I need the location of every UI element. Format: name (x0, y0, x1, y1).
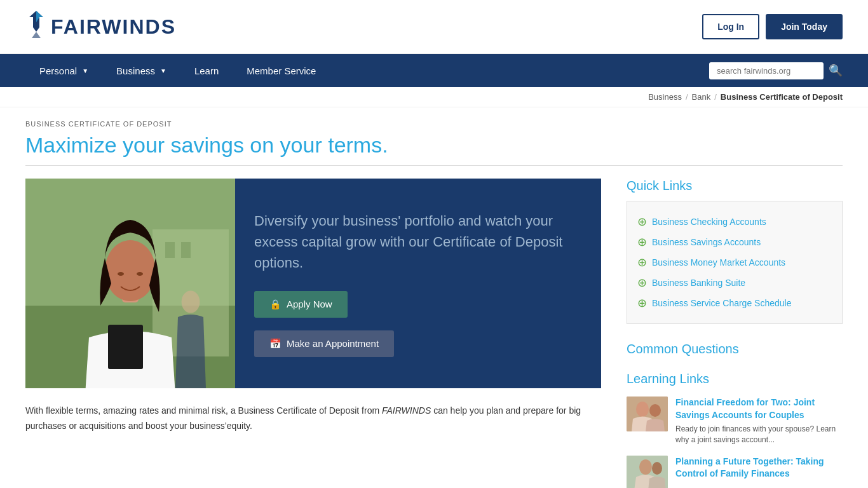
svg-point-11 (182, 290, 200, 313)
svg-rect-4 (181, 242, 191, 258)
search-icon: 🔍 (829, 64, 843, 77)
apply-now-button[interactable]: 🔒 Apply Now (254, 291, 348, 318)
nav-item-member-service[interactable]: Member Service (233, 55, 330, 86)
content-layout: Diversify your business' portfolio and w… (25, 179, 843, 488)
learning-thumb-1 (627, 396, 668, 431)
quick-link-icon-2: ⊕ (637, 235, 647, 249)
breadcrumb-sep-2: / (714, 92, 717, 102)
breadcrumb-current: Business Certificate of Deposit (721, 92, 843, 102)
quick-link-icon-4: ⊕ (637, 276, 647, 290)
hero-overlay: Diversify your business' portfolio and w… (235, 179, 601, 388)
nav-item-business[interactable]: Business ▼ (102, 55, 180, 86)
join-button[interactable]: Join Today (766, 14, 843, 39)
quick-link-icon-5: ⊕ (637, 296, 647, 310)
sidebar: Quick Links ⊕ Business Checking Accounts… (627, 179, 843, 488)
learning-content-2: Planning a Future Together: Taking Contr… (675, 456, 843, 483)
svg-point-8 (118, 272, 124, 276)
logo-area: FAIRWINDS (25, 10, 176, 44)
breadcrumb: Business / Bank / Business Certificate o… (0, 87, 868, 107)
quick-link-service-charge: ⊕ Business Service Charge Schedule (637, 293, 832, 313)
hero-image (25, 179, 235, 388)
learning-thumb-2 (627, 456, 668, 488)
svg-rect-10 (108, 325, 143, 369)
main-content: BUSINESS CERTIFICATE OF DEPOSIT Maximize… (0, 107, 868, 488)
svg-point-7 (105, 240, 156, 301)
search-button[interactable]: 🔍 (829, 64, 843, 78)
quick-link-icon-3: ⊕ (637, 255, 647, 269)
svg-rect-3 (165, 242, 175, 258)
quick-link-savings: ⊕ Business Savings Accounts (637, 232, 832, 252)
page-title: Maximize your savings on your terms. (25, 133, 843, 158)
learning-title-2[interactable]: Planning a Future Together: Taking Contr… (675, 456, 843, 480)
breadcrumb-business[interactable]: Business (648, 92, 682, 102)
login-button[interactable]: Log In (702, 14, 759, 39)
quick-link-money-market-text[interactable]: Business Money Market Accounts (652, 257, 785, 268)
hero-container: Diversify your business' portfolio and w… (25, 179, 601, 388)
page-subtitle: BUSINESS CERTIFICATE OF DEPOSIT (25, 120, 843, 128)
nav-member-label: Member Service (247, 65, 316, 76)
quick-link-banking-suite: ⊕ Business Banking Suite (637, 273, 832, 293)
quick-link-money-market: ⊕ Business Money Market Accounts (637, 252, 832, 273)
quick-link-checking-text[interactable]: Business Checking Accounts (652, 217, 766, 227)
appointment-label: Make an Appointment (287, 338, 379, 349)
lock-icon: 🔒 (269, 299, 281, 310)
make-appointment-button[interactable]: 📅 Make an Appointment (254, 330, 394, 357)
nav-item-personal[interactable]: Personal ▼ (25, 55, 102, 86)
common-questions-title: Common Questions (627, 342, 843, 356)
learning-title-1[interactable]: Financial Freedom for Two: Joint Savings… (675, 396, 843, 421)
quick-link-banking-suite-text[interactable]: Business Banking Suite (652, 278, 745, 288)
body-text-1: With flexible terms, amazing rates and m… (25, 405, 382, 416)
learning-content-1: Financial Freedom for Two: Joint Savings… (675, 396, 843, 445)
svg-point-9 (137, 272, 143, 276)
nav-learn-label: Learn (194, 65, 219, 76)
learning-item-2: Planning a Future Together: Taking Contr… (627, 456, 843, 488)
learning-item-1: Financial Freedom for Two: Joint Savings… (627, 396, 843, 445)
fairwinds-logo-icon (25, 10, 48, 44)
header: FAIRWINDS Log In Join Today (0, 0, 868, 54)
nav-business-arrow-icon: ▼ (160, 67, 166, 74)
calendar-icon: 📅 (269, 338, 281, 349)
breadcrumb-bank[interactable]: Bank (692, 92, 711, 102)
hero-text: Diversify your business' portfolio and w… (254, 210, 582, 273)
quick-link-savings-text[interactable]: Business Savings Accounts (652, 237, 761, 247)
main-nav: Personal ▼ Business ▼ Learn Member Servi… (0, 54, 868, 87)
body-text: With flexible terms, amazing rates and m… (25, 403, 601, 434)
svg-point-16 (639, 459, 652, 475)
nav-business-label: Business (116, 65, 155, 76)
title-divider (25, 165, 843, 166)
header-buttons: Log In Join Today (702, 14, 843, 39)
svg-point-14 (649, 404, 661, 417)
body-brand-italic: FAIRWINDS (382, 405, 431, 416)
breadcrumb-sep-1: / (686, 92, 688, 102)
quick-links-box: ⊕ Business Checking Accounts ⊕ Business … (627, 201, 843, 324)
svg-point-13 (636, 402, 649, 417)
apply-now-label: Apply Now (287, 299, 332, 309)
learning-links-title: Learning Links (627, 372, 843, 386)
svg-point-17 (652, 462, 662, 475)
content-left: Diversify your business' portfolio and w… (25, 179, 601, 434)
learning-desc-1: Ready to join finances with your spouse?… (675, 424, 843, 445)
quick-link-checking: ⊕ Business Checking Accounts (637, 212, 832, 232)
quick-link-icon-1: ⊕ (637, 215, 647, 229)
nav-search-area: 🔍 (709, 62, 843, 79)
search-input[interactable] (709, 62, 824, 79)
logo-text: FAIRWINDS (51, 15, 176, 39)
nav-items: Personal ▼ Business ▼ Learn Member Servi… (25, 55, 330, 86)
quick-link-service-charge-text[interactable]: Business Service Charge Schedule (652, 298, 791, 308)
nav-personal-label: Personal (39, 65, 77, 76)
quick-links-title: Quick Links (627, 179, 843, 193)
nav-personal-arrow-icon: ▼ (82, 67, 88, 74)
nav-item-learn[interactable]: Learn (180, 55, 233, 86)
